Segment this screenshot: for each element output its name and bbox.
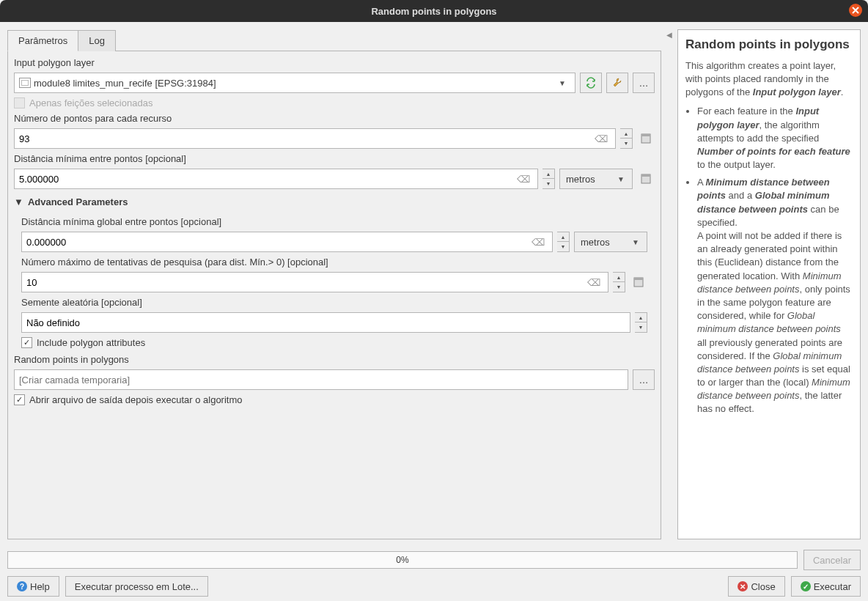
chevron-down-icon[interactable]: ▼ (635, 322, 647, 332)
data-defined-icon (633, 276, 644, 288)
parameters-panel: Input polygon layer module8 limites_mun_… (7, 51, 661, 539)
chevron-up-icon[interactable]: ▲ (557, 232, 569, 242)
min-dist-unit-select[interactable]: metros ▼ (559, 169, 633, 189)
iterate-button[interactable] (580, 73, 602, 93)
chevron-down-icon[interactable]: ▼ (542, 179, 554, 188)
global-min-input[interactable]: ⌫ (21, 232, 553, 252)
open-after-label: Abrir arquivo de saída depois executar o… (29, 394, 243, 405)
num-points-input[interactable]: ⌫ (14, 128, 616, 149)
close-icon (850, 4, 861, 16)
close-icon: ✕ (738, 581, 748, 591)
seed-label: Semente aleatória [opcional] (21, 297, 647, 308)
global-min-field[interactable] (26, 237, 529, 248)
run-button[interactable]: ✓ Executar (791, 576, 861, 597)
help-li-2: A Minimum distance between points and a … (697, 176, 853, 416)
chevron-up-icon[interactable]: ▲ (613, 273, 625, 282)
help-panel: Random points in polygons This algorithm… (677, 29, 861, 539)
chevron-down-icon: ▼ (613, 175, 629, 183)
chevron-down-icon: ▼ (554, 79, 570, 87)
help-intro: This algorithm creates a point layer, wi… (685, 59, 853, 100)
open-after-checkbox[interactable] (14, 394, 25, 405)
progress-text: 0% (396, 555, 408, 565)
browse-output-button[interactable]: … (633, 369, 655, 390)
help-collapse-handle[interactable]: ◀ (666, 29, 673, 539)
chevron-down-icon[interactable]: ▼ (613, 282, 625, 292)
output-label: Random points in polygons (14, 354, 655, 365)
global-min-spinner[interactable]: ▲▼ (557, 232, 570, 252)
min-dist-field[interactable] (19, 174, 514, 185)
help-title: Random points in polygons (685, 36, 853, 54)
cancel-button: Cancelar (803, 550, 861, 570)
max-attempts-input[interactable]: ⌫ (21, 272, 608, 292)
chevron-up-icon[interactable]: ▲ (542, 169, 554, 179)
polygon-layer-icon (19, 78, 31, 88)
browse-layer-button[interactable]: … (633, 73, 655, 93)
min-dist-spinner[interactable]: ▲▼ (542, 169, 555, 189)
svg-rect-3 (641, 174, 650, 177)
advanced-title: Advanced Parameters (28, 196, 128, 207)
max-attempts-spinner[interactable]: ▲▼ (613, 272, 625, 292)
data-defined-button[interactable] (637, 169, 655, 189)
input-layer-value: module8 limites_mun_recife [EPSG:31984] (34, 78, 554, 89)
data-defined-button[interactable] (630, 272, 647, 292)
close-button[interactable]: ✕ Close (728, 576, 784, 597)
svg-rect-5 (634, 278, 643, 280)
tabs: Parâmetros Log (7, 29, 661, 51)
clear-icon[interactable]: ⌫ (584, 277, 603, 288)
advanced-options-button[interactable] (606, 73, 628, 93)
tab-log[interactable]: Log (78, 30, 116, 51)
seed-input[interactable] (21, 312, 630, 333)
clear-icon[interactable]: ⌫ (592, 133, 611, 144)
iterate-icon (585, 77, 597, 89)
input-layer-select[interactable]: module8 limites_mun_recife [EPSG:31984] … (14, 73, 575, 93)
chevron-down-icon: ▼ (628, 238, 644, 246)
titlebar: Random points in polygons (0, 0, 868, 22)
min-dist-label: Distância mínima entre pontos [opcional] (14, 153, 655, 164)
output-input[interactable] (14, 369, 628, 390)
num-points-label: Número de pontos para cada recurso (14, 113, 655, 124)
input-layer-label: Input polygon layer (14, 57, 655, 68)
clear-icon[interactable]: ⌫ (529, 237, 548, 248)
include-attrs-checkbox[interactable] (21, 337, 32, 348)
only-selected-checkbox (14, 97, 25, 108)
help-button[interactable]: ? Help (7, 576, 59, 597)
wrench-icon (611, 77, 623, 89)
svg-rect-1 (641, 134, 650, 136)
unit-label: metros (581, 237, 628, 248)
num-points-spinner[interactable]: ▲▼ (620, 128, 633, 149)
min-dist-input[interactable]: ⌫ (14, 169, 538, 189)
max-attempts-field[interactable] (26, 277, 584, 288)
chevron-up-icon[interactable]: ▲ (620, 129, 632, 139)
num-points-field[interactable] (19, 133, 592, 144)
check-icon: ✓ (801, 581, 811, 591)
clear-icon[interactable]: ⌫ (514, 174, 533, 185)
chevron-down-icon[interactable]: ▼ (620, 139, 632, 148)
unit-label: metros (566, 174, 613, 185)
window-title: Random points in polygons (371, 6, 496, 17)
only-selected-label: Apenas feições selecionadas (29, 97, 152, 108)
help-li-1: For each feature in the Input polygon la… (697, 105, 853, 172)
advanced-toggle[interactable]: ▼ Advanced Parameters (14, 193, 655, 210)
chevron-down-icon: ▼ (14, 196, 23, 207)
include-attrs-label: Include polygon attributes (37, 337, 145, 348)
global-min-unit-select[interactable]: metros ▼ (574, 232, 647, 252)
data-defined-icon (640, 173, 652, 185)
seed-field[interactable] (26, 317, 625, 328)
batch-button[interactable]: Executar processo em Lote... (65, 576, 208, 597)
max-attempts-label: Número máximo de tentativas de pesquisa … (21, 257, 647, 268)
global-min-label: Distância mínima global entre pontos [op… (21, 216, 647, 227)
tab-parameters[interactable]: Parâmetros (7, 30, 78, 51)
data-defined-button[interactable] (637, 128, 655, 149)
window-close-button[interactable] (849, 4, 862, 17)
data-defined-icon (640, 133, 652, 144)
chevron-down-icon[interactable]: ▼ (557, 242, 569, 251)
progress-bar: 0% (7, 551, 798, 569)
seed-spinner[interactable]: ▲▼ (635, 312, 647, 333)
help-icon: ? (17, 581, 27, 591)
chevron-up-icon[interactable]: ▲ (635, 313, 647, 322)
advanced-panel: Distância mínima global entre pontos [op… (14, 215, 655, 350)
output-field[interactable] (19, 375, 623, 386)
